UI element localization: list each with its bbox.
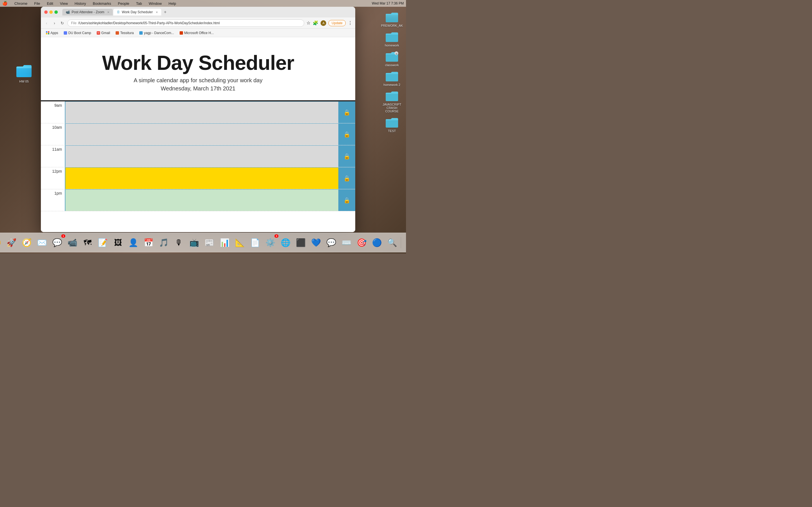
- dock-item-slack[interactable]: 💬: [324, 235, 338, 249]
- menubar-edit[interactable]: Edit: [46, 1, 54, 6]
- dock-item-numbers[interactable]: 📊: [218, 235, 232, 249]
- time-input-1pm[interactable]: [65, 189, 338, 211]
- tab-scheduler-close[interactable]: ✕: [156, 11, 158, 14]
- browser-window: 📹 Post Attendee - Zoom ✕ 🗓 Work Day Sche…: [41, 7, 355, 232]
- desktop-icon-classwork[interactable]: ☁ classwork: [380, 49, 403, 67]
- new-tab-button[interactable]: +: [162, 9, 168, 15]
- desktop-icon-js-crash[interactable]: JAVASCRIPT CRASH COURSE: [380, 89, 403, 113]
- bookmark-yagp[interactable]: yagp - DanceCom...: [137, 31, 176, 36]
- menubar-bookmarks[interactable]: Bookmarks: [92, 1, 112, 6]
- dock-item-pages[interactable]: 📄: [248, 235, 262, 249]
- menubar-view[interactable]: View: [59, 1, 69, 6]
- save-btn-12pm[interactable]: 🔒: [338, 167, 355, 189]
- minimize-button[interactable]: [49, 10, 53, 14]
- bookmark-tessitura[interactable]: Tessitura: [113, 31, 136, 36]
- dock-item-vscode[interactable]: 💙: [309, 235, 323, 249]
- desktop-icon-test-label: TEST: [388, 129, 396, 133]
- desktop-icon-homework2[interactable]: homework 2: [380, 69, 403, 87]
- forward-button[interactable]: ›: [52, 20, 57, 26]
- save-icon: 🔒: [343, 175, 350, 182]
- apple-menu[interactable]: 🍎: [2, 1, 8, 6]
- tab-zoom[interactable]: 📹 Post Attendee - Zoom ✕: [62, 9, 113, 15]
- dock-item-messages[interactable]: 💬1: [50, 235, 64, 249]
- dock-item-launchpad[interactable]: 🚀: [4, 235, 18, 249]
- dock-item-brackets[interactable]: ⌨️: [340, 235, 354, 249]
- dock-item-news[interactable]: 📰: [202, 235, 216, 249]
- refresh-button[interactable]: ↻: [59, 20, 65, 26]
- dock-item-system-prefs[interactable]: ⚙️3: [263, 235, 277, 249]
- dock-item-terminal[interactable]: ⬛: [294, 235, 308, 249]
- bookmark-du-label: DU Boot Camp: [68, 31, 91, 35]
- traffic-lights: [44, 10, 58, 14]
- time-row-10am: 10am🔒: [41, 123, 355, 145]
- svg-text:☁: ☁: [395, 52, 398, 55]
- dock-item-mail[interactable]: ✉️: [35, 235, 49, 249]
- menubar-file[interactable]: File: [33, 1, 41, 6]
- save-btn-10am[interactable]: 🔒: [338, 123, 355, 145]
- menubar-window[interactable]: Window: [148, 1, 163, 6]
- dock-item-cleanmymac[interactable]: 🔍: [385, 235, 399, 249]
- dock-item-zoom[interactable]: 🔵: [370, 235, 384, 249]
- dock-item-photos[interactable]: 🖼: [111, 235, 125, 249]
- chrome-menu-icon[interactable]: ⋮: [348, 20, 352, 25]
- dock-item-chrome[interactable]: 🌐: [278, 235, 293, 249]
- menubar-chrome[interactable]: Chrome: [13, 1, 29, 6]
- time-input-12pm[interactable]: [65, 167, 338, 189]
- desktop-icon-test[interactable]: TEST: [380, 115, 403, 133]
- menubar-people[interactable]: People: [117, 1, 130, 6]
- menubar-history[interactable]: History: [73, 1, 87, 6]
- svg-rect-10: [16, 66, 32, 77]
- desktop-icon-homework2-label: homework 2: [384, 83, 400, 87]
- dock-item-cursor[interactable]: 🎯: [355, 235, 369, 249]
- bookmark-apps-label: Apps: [50, 31, 58, 35]
- dock-item-trash[interactable]: 🗑: [403, 235, 406, 249]
- dock: 🙂🚀🧭✉️💬1📹🗺📝🖼👤📅🎵🎙📺📰📊📐📄⚙️3🌐⬛💙💬⌨️🎯🔵🔍🗑: [0, 233, 406, 252]
- save-btn-11am[interactable]: 🔒: [338, 145, 355, 167]
- time-input-9am[interactable]: [65, 101, 338, 123]
- tab-scheduler[interactable]: 🗓 Work Day Scheduler ✕: [113, 9, 161, 15]
- bookmark-apps[interactable]: Apps: [44, 31, 60, 36]
- menubar-tab[interactable]: Tab: [135, 1, 143, 6]
- bookmark-gmail[interactable]: M Gmail: [94, 31, 112, 36]
- close-button[interactable]: [44, 10, 48, 14]
- time-row-12pm: 12pm🔒: [41, 167, 355, 189]
- bookmark-star-icon[interactable]: ☆: [306, 20, 310, 25]
- dock-item-notes[interactable]: 📝: [96, 235, 110, 249]
- save-icon: 🔒: [343, 109, 350, 116]
- time-input-11am[interactable]: [65, 145, 338, 167]
- dock-item-maps[interactable]: 🗺: [81, 235, 95, 249]
- dock-item-contacts[interactable]: 👤: [126, 235, 140, 249]
- gmail-icon: M: [97, 31, 100, 35]
- time-row-9am: 9am🔒: [41, 101, 355, 123]
- time-input-10am[interactable]: [65, 123, 338, 145]
- save-btn-9am[interactable]: 🔒: [338, 101, 355, 123]
- dock-item-safari[interactable]: 🧭: [20, 235, 34, 249]
- time-label-9am: 9am: [41, 101, 65, 123]
- maximize-button[interactable]: [54, 10, 58, 14]
- dock-divider: [401, 237, 401, 248]
- profile-icon[interactable]: A: [320, 20, 326, 26]
- save-btn-1pm[interactable]: 🔒: [338, 189, 355, 211]
- desktop-icon-hw05[interactable]: HW 05: [15, 62, 33, 83]
- tab-scheduler-label: Work Day Scheduler: [122, 10, 153, 14]
- bookmark-microsoft[interactable]: Microsoft Office H...: [177, 31, 216, 36]
- dock-item-music[interactable]: 🎵: [157, 235, 171, 249]
- back-button[interactable]: ‹: [44, 20, 49, 26]
- page-subtitle: A simple calendar app for scheduling you…: [47, 77, 350, 83]
- menubar-help[interactable]: Help: [167, 1, 177, 6]
- desktop-icon-homework[interactable]: homework: [380, 30, 403, 47]
- tab-zoom-close[interactable]: ✕: [107, 11, 109, 14]
- save-icon: 🔒: [343, 131, 350, 138]
- extensions-icon[interactable]: 🧩: [313, 20, 318, 25]
- dock-item-podcasts[interactable]: 🎙: [172, 235, 186, 249]
- dock-item-finder[interactable]: 🙂: [0, 235, 3, 249]
- address-input[interactable]: File /Users/ashleykohladler/Desktop/home…: [67, 19, 304, 27]
- svg-rect-8: [386, 119, 398, 128]
- dock-item-tv[interactable]: 📺: [187, 235, 201, 249]
- desktop-icon-prework[interactable]: PREWORK_AK: [380, 10, 403, 27]
- dock-item-facetime[interactable]: 📹: [65, 235, 80, 249]
- update-button[interactable]: Update: [328, 20, 346, 26]
- dock-item-keynote[interactable]: 📐: [233, 235, 247, 249]
- dock-item-calendar[interactable]: 📅: [142, 235, 156, 249]
- bookmark-du-bootcamp[interactable]: DU Boot Camp: [61, 31, 93, 36]
